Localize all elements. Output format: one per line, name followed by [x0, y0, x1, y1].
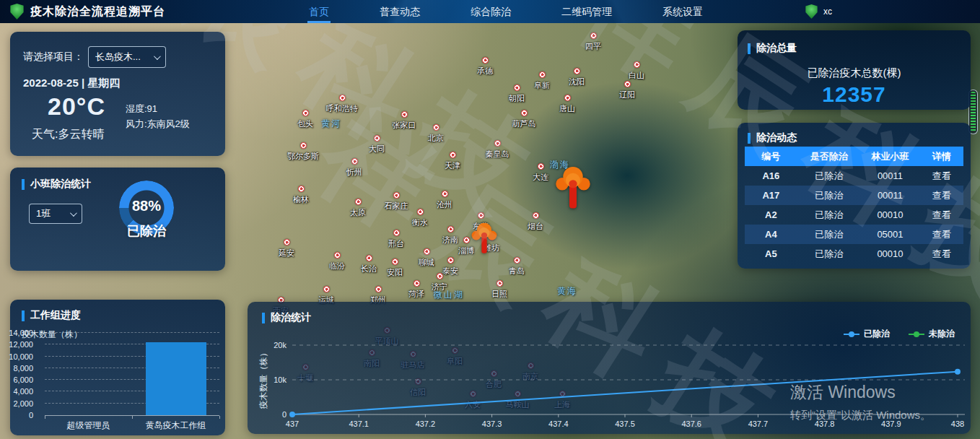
map-city-marker[interactable]: 日照 [471, 277, 528, 300]
bar-ytick-label: 14,000 [4, 329, 33, 337]
map-pin-icon [447, 226, 454, 232]
row-view-link[interactable]: 查看 [919, 170, 963, 183]
map-pin-icon [624, 81, 631, 87]
chevron-down-icon [154, 53, 161, 60]
row-view-link[interactable]: 查看 [919, 248, 963, 261]
map-pin-icon [442, 191, 448, 197]
table-cell: 00011 [861, 190, 920, 201]
total-subtitle: 已除治疫木总数(棵) [738, 66, 971, 80]
user-box[interactable]: xc [805, 0, 832, 23]
row-view-link[interactable]: 查看 [919, 189, 963, 202]
table-cell: A5 [745, 248, 797, 259]
table-header-cell: 是否除治 [797, 150, 861, 163]
donut-status-label: 已除治 [110, 222, 183, 240]
total-removal-panel: 除治总量 已除治疫木总数(棵) 12357 [738, 30, 971, 110]
bar-ytick-label: 8,000 [4, 364, 33, 373]
map-pin-icon [375, 286, 382, 292]
nav-item-1[interactable]: 首页 [305, 0, 333, 23]
map-city-marker[interactable]: 承德 [456, 53, 514, 77]
map-city-marker[interactable]: 北京 [407, 121, 465, 144]
map-pin-icon [414, 280, 420, 287]
map-city-marker[interactable]: 延安 [258, 235, 315, 258]
top-bar: 疫木除治全流程追溯平台 首页普查动态综合除治二维码管理系统设置 xc [0, 0, 980, 23]
map-pin-icon [539, 71, 546, 78]
nav-item-3[interactable]: 综合除治 [466, 0, 515, 23]
map-city-label: 沈阳 [548, 77, 605, 87]
table-cell: A17 [745, 190, 797, 201]
class-select[interactable]: 1班 [29, 204, 82, 224]
map-city-label: 朝阳 [488, 93, 546, 104]
table-header-cell: 编号 [745, 150, 797, 163]
map-city-label: 秦皇岛 [468, 149, 526, 160]
bar-axis-tick [219, 416, 220, 419]
map-pin-icon [300, 142, 307, 149]
map-city-marker[interactable]: 青岛 [488, 253, 546, 277]
map-pin-icon [496, 280, 503, 287]
map-city-marker[interactable]: 烟台 [507, 209, 564, 232]
map-city-label: 辽阳 [598, 90, 656, 100]
map-pin-icon [590, 32, 597, 39]
table-header-cell: 林业小班 [861, 150, 920, 163]
map-pin-icon [339, 95, 346, 101]
row-view-link[interactable]: 查看 [919, 209, 963, 222]
donut-percent: 88% [119, 198, 174, 214]
title-accent-bar [22, 179, 25, 190]
map-pin-icon [298, 186, 305, 192]
map-city-marker[interactable]: 辽阳 [598, 77, 656, 100]
page-title: 疫木除治全流程追溯平台 [30, 4, 165, 19]
bar-category-label: 超级管理员 [67, 420, 110, 432]
bar-2[interactable] [146, 342, 206, 415]
map-water-label: 微山湖 [434, 289, 464, 301]
nav-item-5[interactable]: 系统设置 [658, 0, 707, 23]
map-pin-icon [355, 199, 362, 205]
map-pin-icon [284, 239, 290, 245]
table-cell: 已除治 [797, 170, 861, 183]
nav-item-2[interactable]: 普查动态 [375, 0, 424, 23]
map-city-marker[interactable]: 沈阳 [548, 64, 605, 87]
map-city-label: 忻州 [325, 167, 383, 178]
legend-item-未除治[interactable]: 未除治 [909, 328, 955, 340]
map-pin-icon [417, 209, 424, 215]
table-cell: 00010 [861, 209, 920, 220]
map-pin-icon [393, 192, 400, 199]
svg-text:20k: 20k [274, 341, 286, 349]
legend-item-已除治[interactable]: 已除治 [844, 328, 890, 340]
map-city-marker[interactable]: 秦皇岛 [468, 136, 526, 160]
map-city-marker[interactable]: 四平 [564, 29, 622, 52]
map-city-label: 大同 [348, 144, 406, 155]
hazard-mushroom-cloud-icon [471, 223, 498, 255]
bar-ytick-label: 2,000 [4, 399, 33, 408]
svg-text:437.9: 437.9 [881, 420, 901, 428]
map-city-marker[interactable]: 鄂尔多斯 [274, 139, 332, 162]
row-view-link[interactable]: 查看 [919, 228, 963, 241]
humidity-text: 湿度:91 [126, 103, 157, 116]
table-header-cell: 详情 [919, 150, 963, 163]
map-city-marker[interactable]: 葫芦岛 [495, 106, 553, 129]
wind-text: 风力:东南风2级 [126, 118, 190, 131]
map-city-label: 四平 [564, 41, 622, 52]
bar-chart-plot: 02,0004,0006,0008,00010,00012,00014,000 [45, 334, 219, 416]
bar-axis-tick [45, 416, 45, 419]
bar-ytick-label: 10,000 [4, 352, 33, 361]
dynamics-table: 编号是否除治林业小班详情A16已除治00011查看A17已除治00011查看A2… [745, 147, 963, 264]
project-select[interactable]: 长岛疫木... [88, 46, 166, 68]
legend-line-dot-icon [844, 334, 859, 335]
table-row: A5已除治00010查看 [745, 244, 963, 264]
nav-item-4[interactable]: 二维码管理 [557, 0, 616, 23]
map-pin-icon [393, 230, 400, 236]
map-pin-icon [564, 95, 571, 101]
svg-text:437.1: 437.1 [349, 420, 369, 428]
map-city-marker[interactable]: 忻州 [325, 155, 383, 178]
map-city-label: 烟台 [507, 221, 564, 232]
map-city-marker[interactable]: 榆林 [272, 182, 330, 205]
map-city-marker[interactable]: 大同 [348, 131, 406, 155]
total-title: 除治总量 [748, 42, 797, 55]
project-select-label: 请选择项目： [23, 51, 84, 64]
hazard-marker[interactable] [554, 167, 592, 210]
table-cell: 05001 [861, 229, 920, 240]
user-name: xc [823, 6, 832, 17]
hazard-marker[interactable] [471, 223, 498, 255]
map-pin-icon [323, 286, 330, 292]
map-city-label: 日照 [471, 289, 528, 300]
svg-text:0: 0 [282, 410, 286, 419]
